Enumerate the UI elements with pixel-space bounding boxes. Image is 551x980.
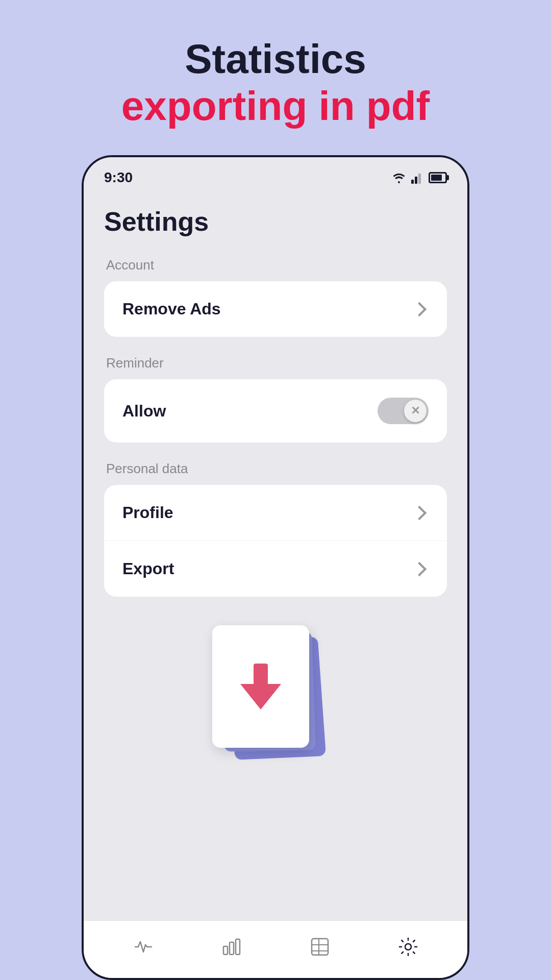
section-label-account: Account xyxy=(106,257,447,273)
status-icons xyxy=(391,172,447,184)
toggle-x-icon: ✕ xyxy=(411,404,420,418)
illustration-area xyxy=(104,615,447,789)
section-label-personal-data: Personal data xyxy=(106,461,447,477)
nav-item-settings[interactable] xyxy=(392,931,424,963)
battery-icon xyxy=(429,172,447,183)
allow-item[interactable]: Allow ✕ xyxy=(104,379,447,443)
svg-rect-3 xyxy=(223,946,228,954)
export-item[interactable]: Export xyxy=(104,541,447,597)
svg-rect-2 xyxy=(418,174,421,184)
remove-ads-chevron-icon xyxy=(412,302,427,316)
reminder-card: Allow ✕ xyxy=(104,379,447,443)
allow-label: Allow xyxy=(122,402,166,421)
export-label: Export xyxy=(122,559,174,578)
nav-item-table[interactable] xyxy=(304,931,336,963)
personal-data-card: Profile Export xyxy=(104,485,447,597)
nav-item-health[interactable] xyxy=(128,931,159,963)
account-card: Remove Ads xyxy=(104,281,447,337)
svg-rect-6 xyxy=(312,939,328,955)
settings-title: Settings xyxy=(104,206,447,237)
download-arrow-icon xyxy=(240,664,281,709)
gear-icon xyxy=(397,936,419,958)
phone-mockup: 9:30 Settings Account xyxy=(82,155,469,980)
profile-chevron-icon xyxy=(412,505,427,520)
table-icon xyxy=(309,936,331,958)
profile-label: Profile xyxy=(122,503,173,522)
allow-toggle[interactable]: ✕ xyxy=(378,398,429,424)
section-label-reminder: Reminder xyxy=(106,355,447,371)
svg-point-10 xyxy=(405,944,411,950)
bar-chart-icon xyxy=(221,936,242,958)
nav-item-stats[interactable] xyxy=(216,931,247,963)
svg-rect-1 xyxy=(415,177,417,184)
status-bar: 9:30 xyxy=(84,157,467,191)
pdf-illustration xyxy=(204,625,347,789)
svg-rect-0 xyxy=(411,180,414,184)
status-time: 9:30 xyxy=(104,169,133,186)
heart-pulse-icon xyxy=(133,936,154,958)
pdf-page-front xyxy=(212,625,309,748)
page-header: Statistics exporting in pdf xyxy=(121,36,430,130)
remove-ads-item[interactable]: Remove Ads xyxy=(104,281,447,337)
settings-content: Settings Account Remove Ads Reminder All… xyxy=(84,191,467,920)
header-title-line1: Statistics xyxy=(121,36,430,83)
bottom-nav xyxy=(84,920,467,978)
toggle-thumb: ✕ xyxy=(404,400,427,422)
header-title-line2: exporting in pdf xyxy=(121,83,430,130)
signal-icon xyxy=(411,172,424,184)
svg-rect-4 xyxy=(230,942,234,954)
profile-item[interactable]: Profile xyxy=(104,485,447,541)
wifi-icon xyxy=(391,172,407,184)
remove-ads-label: Remove Ads xyxy=(122,300,221,318)
export-chevron-icon xyxy=(412,561,427,576)
svg-rect-5 xyxy=(236,939,240,954)
